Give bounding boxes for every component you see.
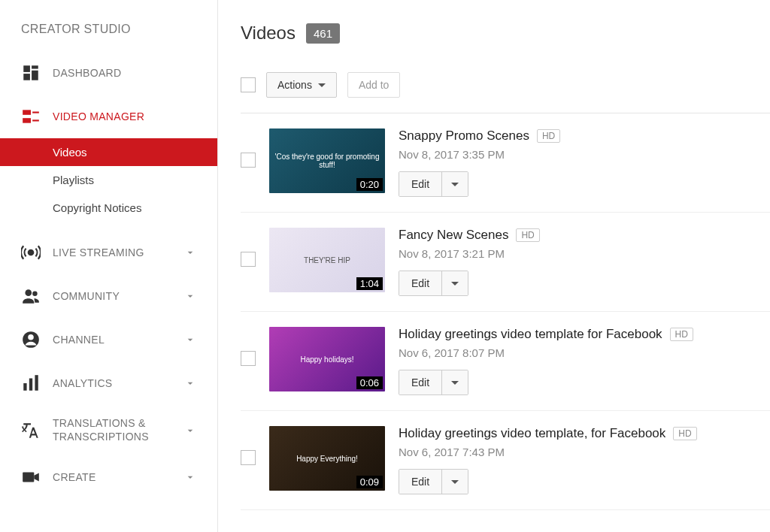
svg-rect-6 xyxy=(23,118,31,123)
video-title[interactable]: Fancy New Scenes xyxy=(399,228,508,243)
video-manager-submenu: Videos Playlists Copyright Notices xyxy=(0,138,217,231)
chevron-down-icon xyxy=(184,425,196,437)
edit-dropdown-button[interactable] xyxy=(441,370,468,394)
edit-button-group: Edit xyxy=(399,469,468,494)
select-all-checkbox[interactable] xyxy=(241,77,256,92)
caret-down-icon xyxy=(451,480,459,484)
chevron-down-icon xyxy=(184,377,196,389)
dashboard-icon xyxy=(21,63,41,83)
svg-rect-4 xyxy=(23,110,31,115)
edit-button[interactable]: Edit xyxy=(399,271,441,295)
edit-button[interactable]: Edit xyxy=(399,470,441,494)
video-duration: 0:09 xyxy=(356,476,383,488)
hd-badge: HD xyxy=(516,228,539,242)
sidebar-item-translations[interactable]: TRANSLATIONS & TRANSCRIPTIONS xyxy=(0,405,217,455)
hd-badge: HD xyxy=(537,129,560,143)
page-title: Videos xyxy=(241,23,296,44)
video-duration: 0:06 xyxy=(356,376,383,389)
chevron-down-icon xyxy=(184,246,196,258)
video-checkbox[interactable] xyxy=(241,252,256,267)
channel-icon xyxy=(21,330,41,349)
svg-rect-1 xyxy=(32,65,38,68)
caret-down-icon xyxy=(451,282,459,286)
sidebar-item-create[interactable]: CREATE xyxy=(0,455,217,499)
page-header: Videos 461 xyxy=(241,23,770,44)
video-thumbnail[interactable]: 'Cos they're good for promoting stuff! 0… xyxy=(269,128,385,193)
video-title[interactable]: Snappy Promo Scenes xyxy=(399,128,529,144)
translate-icon xyxy=(21,421,41,440)
actions-button[interactable]: Actions xyxy=(266,72,337,98)
video-info: Snappy Promo Scenes HD Nov 8, 2017 3:35 … xyxy=(399,128,755,197)
caret-down-icon xyxy=(318,83,326,87)
video-thumbnail[interactable]: Happy holidays! 0:06 xyxy=(269,327,385,391)
caret-down-icon xyxy=(451,381,459,385)
video-checkbox[interactable] xyxy=(241,450,256,465)
main-content: Videos 461 Actions Add to 'Cos they're g… xyxy=(218,0,770,532)
sidebar-title: CREATOR STUDIO xyxy=(0,23,217,51)
community-icon xyxy=(21,286,41,306)
edit-button-group: Edit xyxy=(399,271,468,296)
sidebar-item-label: VIDEO MANAGER xyxy=(53,110,196,122)
video-manager-icon xyxy=(21,107,41,126)
sidebar-item-label: DASHBOARD xyxy=(53,67,196,79)
edit-dropdown-button[interactable] xyxy=(441,470,468,494)
analytics-icon xyxy=(21,373,41,393)
sidebar: CREATOR STUDIO DASHBOARD VIDEO MANAGER V… xyxy=(0,0,218,532)
video-row: Happy Everything! 0:09 Holiday greetings… xyxy=(241,411,770,510)
video-info: Holiday greetings video template for Fac… xyxy=(399,327,755,395)
edit-dropdown-button[interactable] xyxy=(441,172,468,196)
add-to-label: Add to xyxy=(359,79,389,91)
edit-button[interactable]: Edit xyxy=(399,172,441,196)
sidebar-item-channel[interactable]: CHANNEL xyxy=(0,318,217,361)
sidebar-item-label: COMMUNITY xyxy=(53,290,184,302)
chevron-down-icon xyxy=(184,471,196,483)
edit-button[interactable]: Edit xyxy=(399,370,441,394)
video-row: THEY'RE HIP 1:04 Fancy New Scenes HD Nov… xyxy=(241,213,770,312)
create-icon xyxy=(21,467,41,487)
sidebar-subitem-playlists[interactable]: Playlists xyxy=(0,166,217,194)
video-duration: 0:20 xyxy=(356,178,383,191)
sidebar-item-analytics[interactable]: ANALYTICS xyxy=(0,361,217,405)
svg-rect-3 xyxy=(23,74,30,80)
hd-badge: HD xyxy=(673,427,696,440)
toolbar: Actions Add to xyxy=(241,72,770,113)
svg-rect-13 xyxy=(23,383,26,391)
video-title[interactable]: Holiday greetings video template, for Fa… xyxy=(399,426,665,441)
sidebar-item-live-streaming[interactable]: LIVE STREAMING xyxy=(0,231,217,274)
video-title[interactable]: Holiday greetings video template for Fac… xyxy=(399,327,662,342)
live-icon xyxy=(21,243,41,262)
video-row: 'Cos they're good for promoting stuff! 0… xyxy=(241,113,770,213)
svg-rect-14 xyxy=(29,379,32,391)
sidebar-item-dashboard[interactable]: DASHBOARD xyxy=(0,51,217,95)
sidebar-subitem-copyright[interactable]: Copyright Notices xyxy=(0,194,217,222)
sidebar-subitem-videos[interactable]: Videos xyxy=(0,138,217,166)
svg-rect-16 xyxy=(23,473,34,482)
sidebar-item-label: ANALYTICS xyxy=(53,377,184,389)
svg-rect-5 xyxy=(32,112,39,113)
video-checkbox[interactable] xyxy=(241,351,256,366)
hd-badge: HD xyxy=(670,328,693,341)
sidebar-item-community[interactable]: COMMUNITY xyxy=(0,274,217,318)
video-thumbnail[interactable]: THEY'RE HIP 1:04 xyxy=(269,228,385,292)
svg-rect-15 xyxy=(35,375,38,391)
video-row: Happy holidays! 0:06 Holiday greetings v… xyxy=(241,312,770,411)
edit-button-group: Edit xyxy=(399,370,468,395)
video-checkbox[interactable] xyxy=(241,153,256,168)
video-date: Nov 6, 2017 8:07 PM xyxy=(399,346,755,359)
svg-point-12 xyxy=(28,334,34,340)
svg-point-9 xyxy=(25,289,32,296)
video-date: Nov 6, 2017 7:43 PM xyxy=(399,446,755,458)
svg-rect-7 xyxy=(32,119,39,121)
actions-label: Actions xyxy=(277,79,312,91)
svg-point-8 xyxy=(29,250,34,255)
edit-dropdown-button[interactable] xyxy=(441,271,468,295)
sidebar-item-video-manager[interactable]: VIDEO MANAGER xyxy=(0,95,217,138)
svg-point-10 xyxy=(32,292,37,297)
video-count-badge: 461 xyxy=(306,23,340,44)
add-to-button[interactable]: Add to xyxy=(347,72,400,98)
video-info: Holiday greetings video template, for Fa… xyxy=(399,426,755,494)
svg-rect-0 xyxy=(23,65,30,72)
chevron-down-icon xyxy=(184,334,196,346)
edit-button-group: Edit xyxy=(399,171,468,197)
video-thumbnail[interactable]: Happy Everything! 0:09 xyxy=(269,426,385,491)
